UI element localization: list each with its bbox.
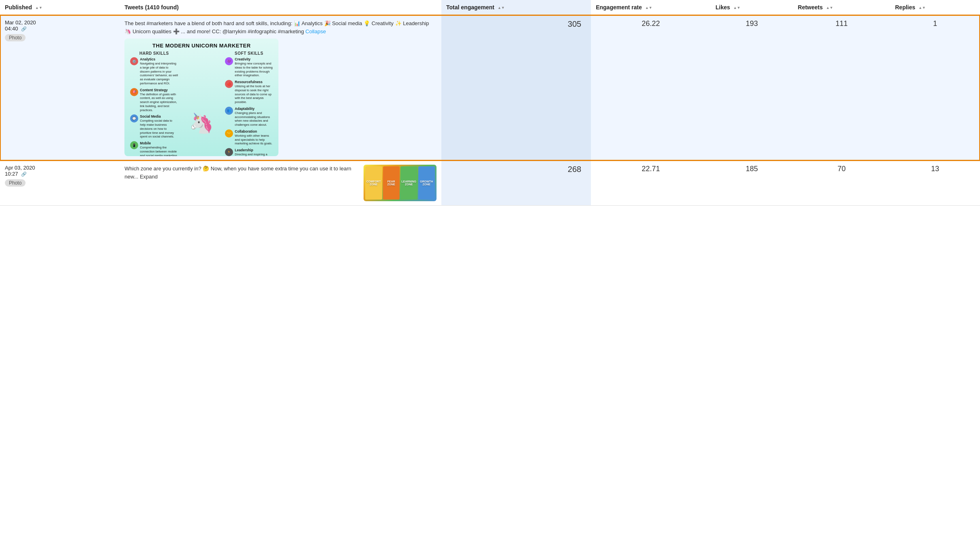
mobile-icon: 📱 <box>130 141 138 149</box>
soft-skills-header: SOFT SKILLS <box>225 51 273 56</box>
hard-skills-col: HARD SKILLS ⚙️ AnalyticsNavigating and i… <box>130 51 178 156</box>
cell-replies-1: 1 <box>890 15 980 161</box>
soft-skill-adaptability: 👥 AdaptabilityChanging plans and accommo… <box>225 107 273 127</box>
cell-published-1: Mar 02, 2020 04:40 🔗 Photo <box>0 15 120 161</box>
sort-arrows-likes[interactable]: ▲▼ <box>733 6 740 10</box>
resourcefulness-icon: 🔴 <box>225 80 233 88</box>
unicorn-emoji: 🦄 <box>189 112 214 135</box>
cell-published-2: Apr 03, 2020 10:27 🔗 Photo <box>0 161 120 206</box>
table-row: Apr 03, 2020 10:27 🔗 Photo Which zone ar… <box>0 161 980 206</box>
hard-skill-analytics: ⚙️ AnalyticsNavigating and interpreting … <box>130 57 178 86</box>
infographic-image: THE MODERN UNICORN MARKETER HARD SKILLS … <box>124 39 278 156</box>
soft-skills-col: SOFT SKILLS 💜 CreativityBringing new con… <box>225 51 273 156</box>
hard-skill-social: 💬 Social MediaCompiling social data to h… <box>130 114 178 139</box>
cell-retweets-2: 70 <box>793 161 890 206</box>
cell-total-engagement-2: 268 <box>441 161 591 206</box>
sort-arrows-retweets[interactable]: ▲▼ <box>826 6 833 10</box>
tweet-infographic-1: THE MODERN UNICORN MARKETER HARD SKILLS … <box>124 39 278 156</box>
sort-arrows-engrate[interactable]: ▲▼ <box>645 6 653 10</box>
cell-engrate-2: 22.71 <box>591 161 710 206</box>
soft-skill-creativity: 💜 CreativityBringing new concepts and id… <box>225 57 273 77</box>
photo-badge-1: Photo <box>5 34 26 41</box>
zone-fear: FEARZONE <box>383 166 400 200</box>
table-row: Mar 02, 2020 04:40 🔗 Photo The best #mar… <box>0 15 980 161</box>
tweet-date-1: Mar 02, 2020 04:40 🔗 <box>5 19 115 32</box>
adaptability-icon: 👥 <box>225 107 233 115</box>
expand-link-2[interactable]: Expand <box>140 174 158 180</box>
hard-skill-mobile: 📱 MobileComprehending the connection bet… <box>130 141 178 156</box>
infographic-content: HARD SKILLS ⚙️ AnalyticsNavigating and i… <box>130 51 273 156</box>
social-icon: 💬 <box>130 114 138 123</box>
hard-skills-header: HARD SKILLS <box>130 51 178 56</box>
cell-retweets-1: 111 <box>793 15 890 161</box>
cell-total-engagement-1: 305 <box>441 15 591 161</box>
zone-learning: LEARNINGZONE <box>400 166 417 200</box>
collapse-link-1[interactable]: Collapse <box>306 28 326 34</box>
tweets-table: Published ▲▼ Tweets (1410 found) Total e… <box>0 0 980 206</box>
zone-image-2: COMFORTZONE FEARZONE LEARNINGZONE GROWTH… <box>364 165 437 201</box>
tweet-date-2: Apr 03, 2020 10:27 🔗 <box>5 165 115 177</box>
sort-arrows-published[interactable]: ▲▼ <box>35 6 43 10</box>
tweet-text-2: Which zone are you currently in? 🤔 Now, … <box>124 165 359 181</box>
sort-arrows-engagement[interactable]: ▲▼ <box>498 6 505 10</box>
cell-replies-2: 13 <box>890 161 980 206</box>
col-header-engagement-rate[interactable]: Engagement rate ▲▼ <box>591 0 710 15</box>
col-header-retweets[interactable]: Retweets ▲▼ <box>793 0 890 15</box>
table-header: Published ▲▼ Tweets (1410 found) Total e… <box>0 0 980 15</box>
soft-skill-leadership: 🏃 LeadershipDirecting and inspiring a te… <box>225 148 273 156</box>
leadership-icon: 🏃 <box>225 148 233 156</box>
cell-likes-1: 193 <box>711 15 793 161</box>
tweet-text-1: The best #marketers have a blend of both… <box>124 19 437 35</box>
col-header-published[interactable]: Published ▲▼ <box>0 0 120 15</box>
hard-skill-content: 🎯 Content StrategyThe definition of goal… <box>130 88 178 112</box>
external-link-2[interactable]: 🔗 <box>21 172 27 177</box>
cell-tweet-1: The best #marketers have a blend of both… <box>120 15 441 161</box>
analytics-icon: ⚙️ <box>130 57 138 65</box>
zone-comfort: COMFORTZONE <box>365 166 382 200</box>
cell-likes-2: 185 <box>711 161 793 206</box>
soft-skill-collaboration: 🤝 CollaborationWorking with other teams … <box>225 129 273 146</box>
unicorn-center-col: 🦄 <box>181 51 222 156</box>
col-header-tweets: Tweets (1410 found) <box>120 0 441 15</box>
col-header-likes[interactable]: Likes ▲▼ <box>711 0 793 15</box>
infographic-title: THE MODERN UNICORN MARKETER <box>130 43 273 49</box>
zone-growth: GROWTHZONE <box>418 166 435 200</box>
cell-tweet-2: Which zone are you currently in? 🤔 Now, … <box>120 161 441 206</box>
external-link-1[interactable]: 🔗 <box>21 26 27 32</box>
content-icon: 🎯 <box>130 88 138 96</box>
sort-arrows-replies[interactable]: ▲▼ <box>918 6 926 10</box>
collaboration-icon: 🤝 <box>225 129 233 138</box>
cell-engrate-1: 26.22 <box>591 15 710 161</box>
soft-skill-resourcefulness: 🔴 ResourcefulnessUtilizing all the tools… <box>225 80 273 104</box>
tweets-table-container: Published ▲▼ Tweets (1410 found) Total e… <box>0 0 980 206</box>
col-header-total-engagement[interactable]: Total engagement ▲▼ <box>441 0 591 15</box>
tweet2-content: Which zone are you currently in? 🤔 Now, … <box>124 165 437 201</box>
creativity-icon: 💜 <box>225 57 233 65</box>
col-header-replies[interactable]: Replies ▲▼ <box>890 0 980 15</box>
photo-badge-2: Photo <box>5 179 26 187</box>
